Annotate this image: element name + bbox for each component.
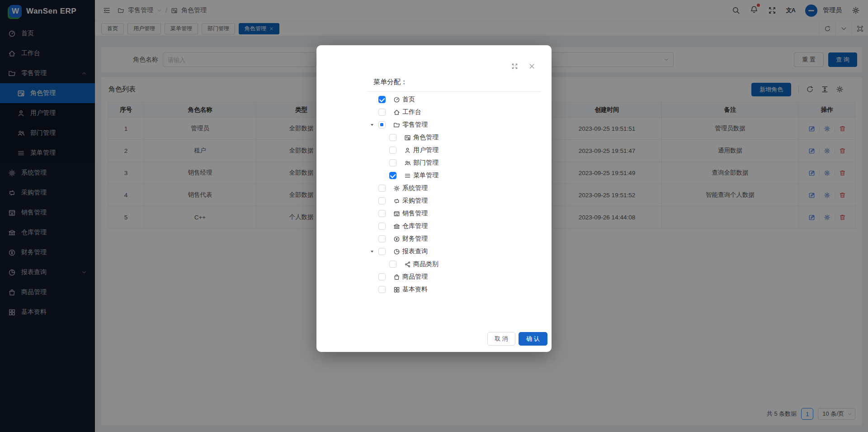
tree-node-label[interactable]: 零售管理 [402,121,428,129]
tree-checkbox-sales[interactable] [378,210,386,217]
tree-node-goods: 商品管理 [316,271,552,283]
tree-checkbox-finance[interactable] [378,235,386,242]
home-icon [393,109,400,116]
tree-checkbox-report[interactable] [378,248,386,255]
caret-icon [370,249,374,254]
tree-checkbox-menu[interactable] [389,172,396,179]
tree-node-label[interactable]: 菜单管理 [413,171,439,180]
gear-icon [393,185,400,192]
tree-node-system: 系统管理 [316,182,552,195]
menu-tree: 首页工作台零售管理角色管理用户管理部门管理菜单管理系统管理采购管理销售管理仓库管… [316,93,552,296]
tree-node-warehouse: 仓库管理 [316,220,552,233]
tree-node-label[interactable]: 商品管理 [402,273,428,281]
tree-node-user: 用户管理 [316,144,552,157]
tree-checkbox-goods[interactable] [378,273,386,280]
tree-node-sales: 销售管理 [316,207,552,220]
tree-node-category: 商品类别 [316,258,552,271]
menu-assign-modal: 菜单分配： 首页工作台零售管理角色管理用户管理部门管理菜单管理系统管理采购管理销… [316,45,552,352]
tree-node-workbench: 工作台 [316,106,552,119]
tree-expander[interactable] [370,123,378,127]
tree-node-basic: 基本资料 [316,283,552,296]
tree-checkbox-category[interactable] [389,261,396,268]
caret-icon [370,123,374,127]
bag-icon [393,274,400,280]
tree-node-label[interactable]: 财务管理 [402,235,428,243]
dashboard-icon [393,96,400,103]
app-root: W WanSen ERP 首页工作台零售管理角色管理用户管理部门管理菜单管理系统… [0,0,868,432]
tree-checkbox-home[interactable] [378,96,386,103]
cancel-button[interactable]: 取 消 [487,332,515,346]
tree-node-home: 首页 [316,93,552,106]
confirm-button[interactable]: 确 认 [519,332,547,346]
team-icon [404,160,411,166]
finance-icon [393,236,400,242]
share-icon [404,261,411,268]
shop-icon [393,210,400,217]
tree-checkbox-purchase[interactable] [378,197,386,204]
tree-node-finance: 财务管理 [316,233,552,245]
user-icon [404,147,411,154]
tree-node-retail: 零售管理 [316,119,552,131]
tree-node-label[interactable]: 部门管理 [413,159,439,167]
modal-maximize-button[interactable] [510,62,519,71]
pie-icon [393,248,400,255]
tree-checkbox-role[interactable] [389,134,396,141]
tree-node-label[interactable]: 系统管理 [402,184,428,192]
maximize-icon [511,63,518,70]
tree-node-label[interactable]: 首页 [402,95,415,104]
tree-node-label[interactable]: 仓库管理 [402,222,428,230]
tree-checkbox-retail[interactable] [378,121,386,128]
tree-node-role: 角色管理 [316,131,552,144]
tree-node-label[interactable]: 商品类别 [413,260,439,268]
modal-close-button[interactable] [527,62,536,71]
role-icon [404,134,411,141]
tree-checkbox-warehouse[interactable] [378,223,386,230]
tree-node-label[interactable]: 用户管理 [413,146,439,154]
tree-checkbox-dept[interactable] [389,159,396,166]
close-icon [528,63,535,70]
tree-node-label[interactable]: 报表查询 [402,247,428,256]
modal-divider [367,91,541,92]
tree-node-purchase: 采购管理 [316,195,552,207]
tree-node-label[interactable]: 角色管理 [413,133,439,142]
tree-checkbox-workbench[interactable] [378,109,386,116]
tree-node-dept: 部门管理 [316,157,552,169]
modal-title: 菜单分配： [373,78,407,86]
menu-icon [404,172,411,179]
grid-icon [393,286,400,293]
tree-node-label[interactable]: 销售管理 [402,209,428,218]
tree-checkbox-user[interactable] [389,147,396,154]
folder-open-icon [393,122,400,128]
tree-node-report: 报表查询 [316,245,552,258]
tree-checkbox-system[interactable] [378,185,386,192]
tree-node-label[interactable]: 基本资料 [402,285,428,294]
tree-expander[interactable] [370,249,378,254]
sync-icon [393,198,400,204]
bank-icon [393,223,400,230]
tree-node-label[interactable]: 工作台 [402,108,421,116]
tree-checkbox-basic[interactable] [378,286,386,293]
tree-node-label[interactable]: 采购管理 [402,197,428,205]
tree-node-menu: 菜单管理 [316,169,552,182]
